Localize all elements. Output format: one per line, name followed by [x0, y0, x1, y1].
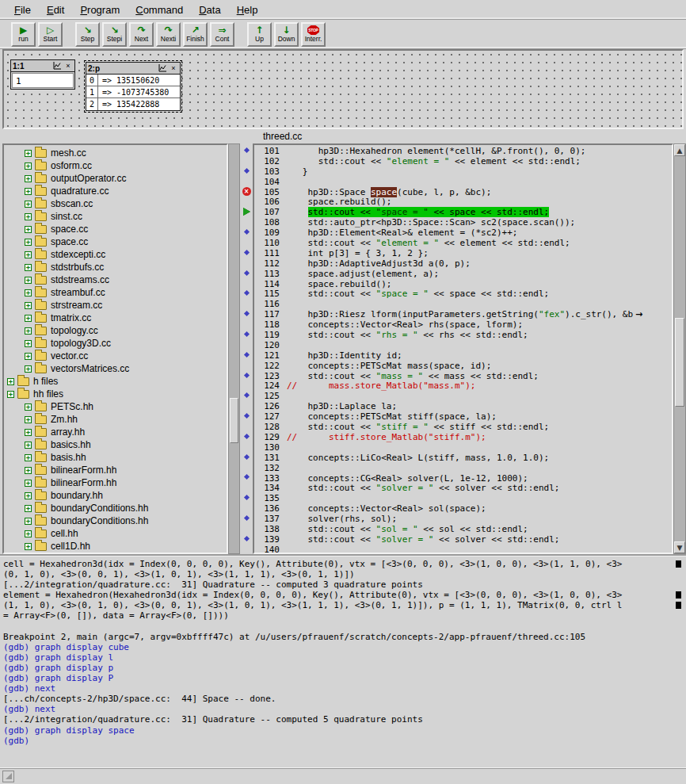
- expand-icon[interactable]: +: [25, 175, 32, 182]
- tree-item[interactable]: +stdstrbufs.cc: [4, 261, 227, 273]
- expand-icon[interactable]: +: [25, 340, 32, 347]
- tree-item[interactable]: +sbscan.cc: [4, 197, 227, 210]
- tree-item[interactable]: +array.hh: [4, 426, 227, 438]
- gdb-console[interactable]: cell = Hexahedron3d(idx = Index(0, 0, 0,…: [0, 554, 686, 767]
- menu-item-command[interactable]: Command: [128, 2, 191, 18]
- tree-item[interactable]: +space.cc: [4, 235, 227, 248]
- gutter-cell[interactable]: [240, 227, 253, 237]
- expand-icon[interactable]: +: [25, 302, 32, 309]
- gutter-cell[interactable]: [240, 462, 253, 472]
- tree-item[interactable]: +topology3D.cc: [4, 337, 227, 350]
- gutter-cell[interactable]: [240, 472, 253, 483]
- console-command-line[interactable]: (gdb) next: [3, 704, 683, 714]
- tree-item[interactable]: +streambuf.cc: [4, 286, 227, 299]
- tree-item[interactable]: +bilinearForm.hh: [4, 476, 227, 489]
- expand-icon[interactable]: +: [25, 442, 32, 449]
- toolbar-button-stepi[interactable]: ↘Stepi: [102, 22, 127, 47]
- tree-item[interactable]: +tmatrix.cc: [4, 312, 227, 324]
- gutter-cell[interactable]: [240, 278, 253, 289]
- display-box-2-titlebar[interactable]: 2:p ×: [86, 63, 180, 75]
- source-scrollbar-trough[interactable]: [674, 156, 685, 541]
- expand-icon[interactable]: +: [25, 201, 32, 208]
- gutter-cell[interactable]: [240, 492, 253, 503]
- gutter-cell[interactable]: [240, 258, 253, 268]
- tree-scrollbar[interactable]: [228, 143, 240, 554]
- gutter-cell[interactable]: [240, 442, 253, 452]
- toolbar-button-run[interactable]: ▶run: [11, 22, 36, 47]
- tree-item[interactable]: +h files: [4, 375, 227, 388]
- breakpoint-gutter[interactable]: ×: [240, 143, 253, 554]
- gutter-cell[interactable]: [240, 298, 253, 308]
- data-display-canvas[interactable]: 1:1 × 1 2:p × 0=> 1351506201=> -10737453…: [2, 49, 684, 129]
- source-view[interactable]: 101 hp3D::Hexahedron element(*cellH, &P.…: [253, 143, 673, 554]
- tree-item[interactable]: +Zm.hh: [4, 413, 227, 426]
- gutter-cell[interactable]: [240, 360, 253, 370]
- tree-item[interactable]: +hh files: [4, 388, 227, 400]
- expand-icon[interactable]: +: [25, 327, 32, 335]
- gutter-cell[interactable]: [240, 308, 253, 319]
- scroll-up-icon[interactable]: ▲: [674, 144, 685, 156]
- expand-icon[interactable]: +: [25, 277, 32, 284]
- tree-item[interactable]: +basics.hh: [4, 438, 227, 451]
- expand-icon[interactable]: +: [25, 429, 32, 436]
- gutter-cell[interactable]: [240, 206, 253, 216]
- tree-item[interactable]: +outputOperator.cc: [4, 172, 227, 185]
- expand-icon[interactable]: +: [25, 454, 32, 461]
- close-icon[interactable]: ×: [169, 64, 178, 73]
- expand-icon[interactable]: +: [25, 251, 32, 258]
- toolbar-button-finish[interactable]: ↗Finish: [183, 22, 208, 47]
- gutter-cell[interactable]: [240, 421, 253, 431]
- toolbar-button-up[interactable]: ↑Up: [247, 22, 272, 47]
- gutter-cell[interactable]: [240, 196, 253, 206]
- expand-icon[interactable]: +: [7, 391, 14, 398]
- display-box-1[interactable]: 1:1 × 1: [10, 59, 75, 90]
- tree-item[interactable]: +boundaryConditions.hh: [4, 514, 227, 527]
- gutter-cell[interactable]: [240, 176, 253, 186]
- source-scrollbar-thumb[interactable]: [675, 318, 684, 407]
- breakpoint-icon[interactable]: ×: [242, 187, 251, 196]
- gutter-cell[interactable]: [240, 288, 253, 298]
- gutter-cell[interactable]: [240, 370, 253, 381]
- toolbar-button-next[interactable]: ↷Next: [129, 22, 154, 47]
- gutter-cell[interactable]: [240, 544, 253, 554]
- expand-icon[interactable]: +: [25, 213, 32, 220]
- tree-item[interactable]: +osform.cc: [4, 159, 227, 172]
- gutter-cell[interactable]: [240, 400, 253, 411]
- tree-item[interactable]: +mesh.cc: [4, 147, 227, 159]
- menu-item-edit[interactable]: Edit: [39, 2, 72, 18]
- gutter-cell[interactable]: [240, 166, 253, 176]
- gutter-cell[interactable]: [240, 431, 253, 442]
- close-icon[interactable]: ×: [63, 62, 73, 71]
- tree-item[interactable]: +strstream.cc: [4, 299, 227, 312]
- tree-item[interactable]: +stdexcepti.cc: [4, 248, 227, 261]
- tree-item[interactable]: +basis.hh: [4, 451, 227, 464]
- tree-scrollbar-thumb[interactable]: [230, 398, 238, 443]
- expand-icon[interactable]: +: [25, 543, 32, 550]
- tree-item[interactable]: +bilinearForm.hh: [4, 464, 227, 476]
- gutter-cell[interactable]: [240, 247, 253, 258]
- gutter-cell[interactable]: [240, 319, 253, 329]
- gutter-cell[interactable]: [240, 216, 253, 227]
- gutter-cell[interactable]: [240, 350, 253, 360]
- menu-item-program[interactable]: Program: [72, 2, 128, 18]
- gutter-cell[interactable]: [240, 452, 253, 462]
- tree-item[interactable]: +vector.cc: [4, 350, 227, 362]
- expand-icon[interactable]: +: [25, 315, 32, 322]
- expand-icon[interactable]: +: [25, 163, 32, 170]
- expand-icon[interactable]: +: [25, 188, 32, 195]
- tree-item[interactable]: +sinst.cc: [4, 210, 227, 223]
- toolbar-button-nexti[interactable]: ↷Nexti: [156, 22, 181, 47]
- source-scrollbar[interactable]: ▲ ▼: [673, 143, 686, 554]
- expand-icon[interactable]: +: [25, 353, 32, 360]
- gutter-cell[interactable]: [240, 155, 253, 166]
- toolbar-button-start[interactable]: ▷Start: [38, 22, 63, 47]
- expand-icon[interactable]: +: [25, 403, 32, 411]
- tree-item[interactable]: +stdstreams.cc: [4, 273, 227, 286]
- expand-icon[interactable]: +: [25, 518, 32, 525]
- console-command-line[interactable]: (gdb) graph display cube: [3, 642, 683, 652]
- expand-icon[interactable]: +: [25, 289, 32, 296]
- expand-icon[interactable]: +: [25, 365, 32, 373]
- expand-icon[interactable]: +: [25, 530, 32, 537]
- plot-icon[interactable]: [52, 62, 62, 71]
- menu-item-data[interactable]: Data: [191, 2, 228, 18]
